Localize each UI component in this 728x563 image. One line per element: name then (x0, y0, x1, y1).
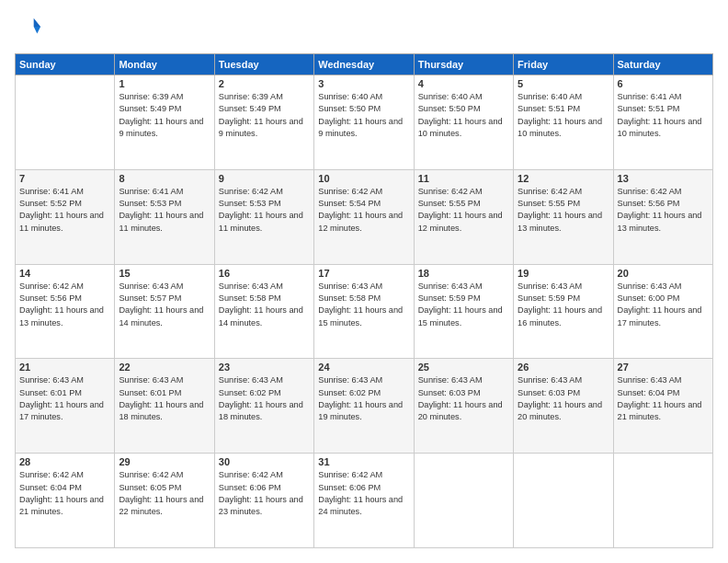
day-info: Sunrise: 6:41 AMSunset: 5:51 PMDaylight:… (618, 92, 702, 138)
calendar-cell: 18Sunrise: 6:43 AMSunset: 5:59 PMDayligh… (414, 264, 513, 359)
day-number: 14 (19, 268, 110, 279)
logo (15, 15, 42, 44)
day-info: Sunrise: 6:40 AMSunset: 5:50 PMDaylight:… (418, 92, 503, 138)
page: SundayMondayTuesdayWednesdayThursdayFrid… (0, 0, 728, 563)
day-info: Sunrise: 6:41 AMSunset: 5:53 PMDaylight:… (119, 187, 203, 233)
svg-marker-0 (34, 18, 40, 27)
day-number: 13 (618, 173, 709, 184)
calendar-cell: 8Sunrise: 6:41 AMSunset: 5:53 PMDaylight… (115, 169, 214, 264)
calendar-cell: 26Sunrise: 6:43 AMSunset: 6:03 PMDayligh… (514, 359, 613, 454)
day-number: 15 (119, 268, 210, 279)
day-info: Sunrise: 6:43 AMSunset: 5:58 PMDaylight:… (219, 282, 303, 327)
day-info: Sunrise: 6:43 AMSunset: 6:02 PMDaylight:… (318, 375, 403, 421)
svg-marker-1 (34, 27, 40, 33)
calendar-cell: 24Sunrise: 6:43 AMSunset: 6:02 PMDayligh… (314, 359, 414, 454)
calendar-cell: 14Sunrise: 6:42 AMSunset: 5:56 PMDayligh… (16, 264, 115, 359)
calendar-cell: 25Sunrise: 6:43 AMSunset: 6:03 PMDayligh… (414, 359, 513, 454)
calendar-cell: 4Sunrise: 6:40 AMSunset: 5:50 PMDaylight… (414, 75, 513, 170)
day-info: Sunrise: 6:43 AMSunset: 6:00 PMDaylight:… (618, 282, 702, 327)
day-number: 11 (418, 173, 509, 184)
day-info: Sunrise: 6:42 AMSunset: 6:04 PMDaylight:… (19, 470, 104, 516)
day-number: 21 (19, 362, 110, 373)
day-number: 9 (219, 173, 310, 184)
day-info: Sunrise: 6:43 AMSunset: 6:03 PMDaylight:… (418, 375, 503, 421)
day-info: Sunrise: 6:42 AMSunset: 5:53 PMDaylight:… (219, 187, 303, 233)
calendar-week-2: 7Sunrise: 6:41 AMSunset: 5:52 PMDaylight… (16, 169, 713, 264)
day-number: 5 (518, 78, 609, 89)
calendar-cell: 1Sunrise: 6:39 AMSunset: 5:49 PMDaylight… (115, 75, 214, 170)
header (15, 15, 713, 44)
day-info: Sunrise: 6:41 AMSunset: 5:52 PMDaylight:… (19, 187, 104, 233)
day-info: Sunrise: 6:39 AMSunset: 5:49 PMDaylight:… (119, 92, 203, 138)
day-info: Sunrise: 6:43 AMSunset: 5:58 PMDaylight:… (318, 282, 403, 327)
day-number: 2 (219, 78, 310, 89)
day-number: 1 (119, 78, 210, 89)
calendar-cell (514, 454, 613, 548)
day-info: Sunrise: 6:42 AMSunset: 5:55 PMDaylight:… (418, 187, 503, 233)
day-info: Sunrise: 6:43 AMSunset: 6:01 PMDaylight:… (119, 375, 203, 421)
day-number: 22 (119, 362, 210, 373)
calendar-week-1: 1Sunrise: 6:39 AMSunset: 5:49 PMDaylight… (16, 75, 713, 170)
day-info: Sunrise: 6:43 AMSunset: 5:57 PMDaylight:… (119, 282, 203, 327)
day-info: Sunrise: 6:42 AMSunset: 5:55 PMDaylight:… (518, 187, 602, 233)
day-number: 6 (618, 78, 709, 89)
day-info: Sunrise: 6:43 AMSunset: 6:02 PMDaylight:… (219, 375, 303, 421)
day-number: 23 (219, 362, 310, 373)
day-info: Sunrise: 6:42 AMSunset: 5:56 PMDaylight:… (19, 282, 104, 327)
calendar-cell: 12Sunrise: 6:42 AMSunset: 5:55 PMDayligh… (514, 169, 613, 264)
day-number: 31 (318, 456, 409, 467)
weekday-header-friday: Friday (514, 54, 613, 75)
calendar-table: SundayMondayTuesdayWednesdayThursdayFrid… (15, 53, 713, 548)
weekday-header-thursday: Thursday (414, 54, 513, 75)
calendar-cell (16, 75, 115, 170)
weekday-header-row: SundayMondayTuesdayWednesdayThursdayFrid… (16, 54, 713, 75)
weekday-header-tuesday: Tuesday (214, 54, 313, 75)
day-number: 3 (318, 78, 409, 89)
calendar-cell: 11Sunrise: 6:42 AMSunset: 5:55 PMDayligh… (414, 169, 513, 264)
day-number: 17 (318, 268, 409, 279)
day-number: 12 (518, 173, 609, 184)
day-number: 7 (19, 173, 110, 184)
day-info: Sunrise: 6:43 AMSunset: 5:59 PMDaylight:… (518, 282, 602, 327)
calendar-cell (613, 454, 712, 548)
calendar-cell: 2Sunrise: 6:39 AMSunset: 5:49 PMDaylight… (214, 75, 313, 170)
weekday-header-wednesday: Wednesday (314, 54, 414, 75)
day-info: Sunrise: 6:42 AMSunset: 6:06 PMDaylight:… (318, 470, 403, 516)
day-number: 30 (219, 456, 310, 467)
calendar-cell: 22Sunrise: 6:43 AMSunset: 6:01 PMDayligh… (115, 359, 214, 454)
calendar-cell: 17Sunrise: 6:43 AMSunset: 5:58 PMDayligh… (314, 264, 414, 359)
day-number: 10 (318, 173, 409, 184)
day-info: Sunrise: 6:42 AMSunset: 5:54 PMDaylight:… (318, 187, 403, 233)
calendar-cell: 10Sunrise: 6:42 AMSunset: 5:54 PMDayligh… (314, 169, 414, 264)
day-number: 29 (119, 456, 210, 467)
day-number: 18 (418, 268, 509, 279)
calendar-cell: 20Sunrise: 6:43 AMSunset: 6:00 PMDayligh… (613, 264, 712, 359)
logo-icon (17, 15, 42, 40)
day-number: 4 (418, 78, 509, 89)
day-number: 25 (418, 362, 509, 373)
day-number: 24 (318, 362, 409, 373)
day-number: 20 (618, 268, 709, 279)
calendar-cell: 13Sunrise: 6:42 AMSunset: 5:56 PMDayligh… (613, 169, 712, 264)
calendar-cell: 21Sunrise: 6:43 AMSunset: 6:01 PMDayligh… (16, 359, 115, 454)
calendar-cell: 7Sunrise: 6:41 AMSunset: 5:52 PMDaylight… (16, 169, 115, 264)
day-info: Sunrise: 6:39 AMSunset: 5:49 PMDaylight:… (219, 92, 303, 138)
day-number: 28 (19, 456, 110, 467)
calendar-cell: 30Sunrise: 6:42 AMSunset: 6:06 PMDayligh… (214, 454, 313, 548)
day-info: Sunrise: 6:43 AMSunset: 6:03 PMDaylight:… (518, 375, 602, 421)
weekday-header-sunday: Sunday (16, 54, 115, 75)
calendar-cell: 27Sunrise: 6:43 AMSunset: 6:04 PMDayligh… (613, 359, 712, 454)
calendar-cell: 16Sunrise: 6:43 AMSunset: 5:58 PMDayligh… (214, 264, 313, 359)
day-info: Sunrise: 6:42 AMSunset: 5:56 PMDaylight:… (618, 187, 702, 233)
calendar-cell: 5Sunrise: 6:40 AMSunset: 5:51 PMDaylight… (514, 75, 613, 170)
day-number: 16 (219, 268, 310, 279)
weekday-header-saturday: Saturday (613, 54, 712, 75)
calendar-cell: 6Sunrise: 6:41 AMSunset: 5:51 PMDaylight… (613, 75, 712, 170)
day-info: Sunrise: 6:40 AMSunset: 5:51 PMDaylight:… (518, 92, 602, 138)
calendar-cell: 15Sunrise: 6:43 AMSunset: 5:57 PMDayligh… (115, 264, 214, 359)
calendar-cell: 19Sunrise: 6:43 AMSunset: 5:59 PMDayligh… (514, 264, 613, 359)
day-info: Sunrise: 6:43 AMSunset: 5:59 PMDaylight:… (418, 282, 503, 327)
calendar-cell: 9Sunrise: 6:42 AMSunset: 5:53 PMDaylight… (214, 169, 313, 264)
day-number: 27 (618, 362, 709, 373)
calendar-cell: 31Sunrise: 6:42 AMSunset: 6:06 PMDayligh… (314, 454, 414, 548)
